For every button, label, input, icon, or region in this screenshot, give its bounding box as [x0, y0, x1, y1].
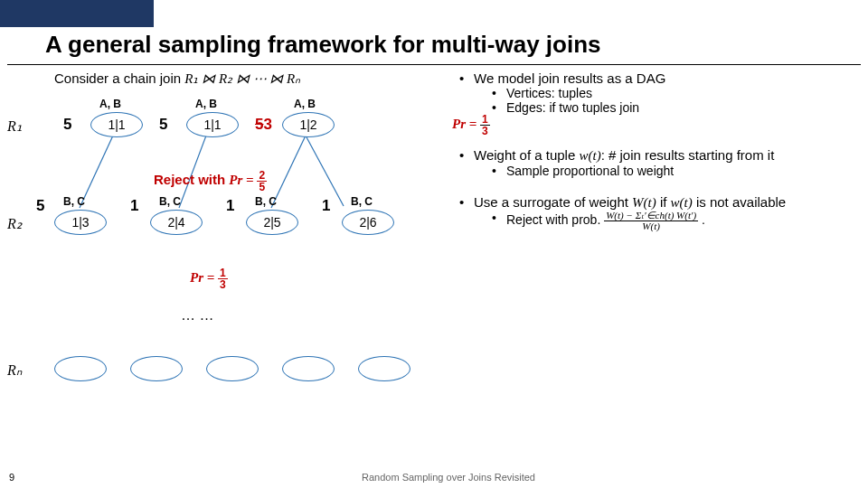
node-r1-1: 1|1: [90, 112, 143, 137]
bullet-2sub: Sample proportional to weight: [492, 164, 861, 178]
node-rn-5: [358, 356, 410, 381]
reject1-den: 5: [257, 182, 267, 192]
relation-rn: Rₙ: [7, 361, 22, 379]
reject-row1: Reject with Pr = 25: [154, 170, 267, 192]
pr-right: Pr = 13: [452, 114, 490, 136]
pr-right-label: Pr =: [452, 117, 480, 131]
attr-r2-n4: B, C: [351, 195, 373, 208]
node-r2-2: 2|4: [150, 210, 203, 235]
node-rn-1: [54, 356, 107, 381]
svg-line-3: [306, 136, 344, 206]
node-rn-4: [282, 356, 335, 381]
b3-den: W(t): [604, 221, 698, 231]
bullet-1: We model join results as a DAG Vertices:…: [459, 70, 861, 115]
attr-r1-n3: A, B: [294, 98, 316, 110]
node-rn-3: [206, 356, 259, 381]
weight-r2-n3: 1: [226, 197, 234, 215]
node-r2-3: 2|5: [246, 210, 298, 235]
bullet-2: Weight of a tuple w(t): # join results s…: [459, 147, 861, 178]
b2b: : # join results starting from it: [601, 147, 775, 163]
weight-r2-n1: 5: [36, 197, 44, 215]
node-r2-1: 1|3: [54, 210, 107, 235]
title-divider: [7, 64, 861, 65]
footer-center: Random Sampling over Joins Revisited: [362, 472, 535, 483]
topbar-accent: [0, 0, 154, 27]
attr-r2-n1: B, C: [63, 195, 85, 208]
weight-r2-n4: 1: [322, 197, 330, 215]
weight-r1-n2: 5: [159, 116, 167, 134]
b3a: Use a surrogate of weight: [474, 194, 632, 210]
pr-right-den: 3: [480, 126, 490, 136]
bullet-1a: Vertices: tuples: [492, 86, 861, 100]
content-area: Consider a chain join R₁ ⋈ R₂ ⋈ ⋯ ⋈ Rₙ R…: [0, 70, 868, 459]
chain-prefix: Consider a chain join: [54, 70, 184, 86]
chain-join-text: Consider a chain join R₁ ⋈ R₂ ⋈ ⋯ ⋈ Rₙ: [54, 70, 300, 87]
reject1-pr: Pr =: [229, 173, 257, 187]
bullet-3sub: Reject with prob. W(t) − Σₜ′∈ch(t) W(t′)…: [492, 211, 861, 231]
node-r2-4: 2|6: [342, 210, 394, 235]
node-rn-2: [130, 356, 183, 381]
weight-r1-n1: 5: [63, 116, 71, 134]
pr-row2: Pr = 13: [190, 267, 228, 290]
node-r1-2: 1|1: [186, 112, 239, 137]
attr-r2-n2: B, C: [159, 195, 181, 208]
pr2-label: Pr =: [190, 270, 218, 285]
bullet-3: Use a surrogate of weight W(t) if w(t) i…: [459, 194, 861, 231]
node-r1-3: 1|2: [282, 112, 335, 137]
bullets-panel: We model join results as a DAG Vertices:…: [452, 70, 861, 459]
chain-expr: R₁ ⋈ R₂ ⋈ ⋯ ⋈ Rₙ: [184, 71, 300, 86]
b3b: if: [656, 194, 671, 210]
weight-r2-n2: 1: [130, 197, 138, 215]
slide-title: A general sampling framework for multi-w…: [45, 31, 868, 59]
page-number: 9: [9, 472, 14, 483]
weight-new-val: 3: [263, 116, 271, 133]
attr-r2-n3: B, C: [255, 195, 277, 208]
bullet-1-text: We model join results as a DAG: [474, 70, 665, 86]
b2a: Weight of a tuple: [474, 147, 579, 163]
b3b-math: w(t): [671, 195, 693, 210]
reject1-label: Reject with: [154, 172, 229, 187]
b3suba: Reject with prob.: [506, 212, 604, 227]
diagram-panel: Consider a chain join R₁ ⋈ R₂ ⋈ ⋯ ⋈ Rₙ R…: [0, 70, 452, 459]
pr2-den: 3: [218, 279, 228, 290]
weight-r1-n3-strike: 53: [255, 116, 272, 134]
relation-r2: R₂: [7, 215, 22, 232]
relation-r1: R₁: [7, 117, 22, 135]
vertical-dots: … …: [181, 307, 213, 324]
attr-r1-n1: A, B: [99, 98, 121, 110]
b2a-math: w(t): [579, 148, 600, 163]
b3c: is not available: [693, 194, 786, 210]
b3a-math: W(t): [632, 195, 656, 210]
bullet-1b: Edges: if two tuples join: [492, 100, 861, 115]
attr-r1-n2: A, B: [195, 98, 217, 110]
